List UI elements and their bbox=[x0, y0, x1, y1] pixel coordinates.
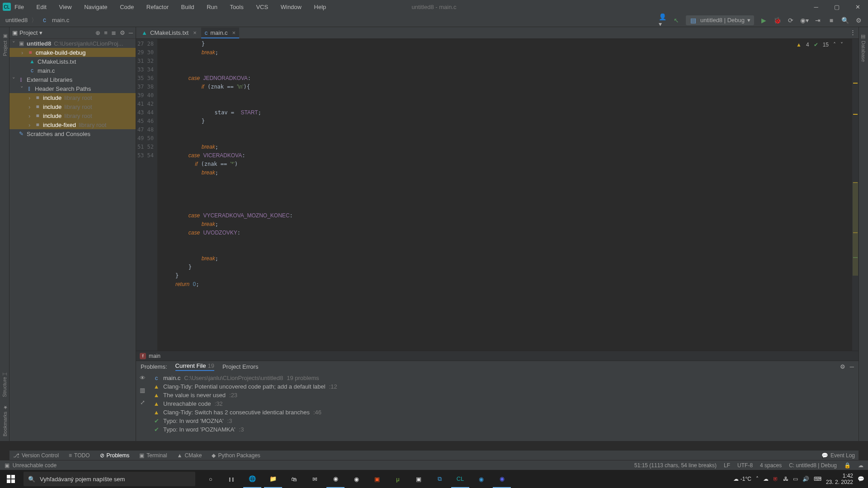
debug-button[interactable]: 🐞 bbox=[773, 16, 781, 24]
taskbar-app-blue[interactable]: ◉ bbox=[472, 470, 490, 488]
taskbar-chromium[interactable]: ◉ bbox=[347, 470, 365, 488]
menu-help[interactable]: Help bbox=[314, 4, 332, 10]
tree-scratches[interactable]: ✎Scratches and Consoles bbox=[9, 129, 136, 138]
taskbar-explorer[interactable]: 📁 bbox=[264, 470, 282, 488]
taskbar-clion[interactable]: CL bbox=[451, 470, 469, 488]
start-button[interactable] bbox=[0, 470, 22, 488]
taskbar-app-orange[interactable]: ▣ bbox=[368, 470, 386, 488]
tray-volume-icon[interactable]: 🔊 bbox=[802, 476, 809, 482]
menu-window[interactable]: Window bbox=[281, 4, 307, 10]
expand-all-button[interactable]: ≡ bbox=[104, 29, 108, 36]
problems-project-errors-tab[interactable]: Project Errors bbox=[222, 363, 258, 370]
inspection-widget[interactable]: ▲4 ✔15 ˄ ˅ bbox=[796, 42, 843, 48]
tabs-kebab-icon[interactable]: ⋮ bbox=[850, 29, 856, 36]
menu-code[interactable]: Code bbox=[120, 4, 139, 10]
tray-chevron-icon[interactable]: ˄ bbox=[756, 476, 759, 482]
weather-widget[interactable]: ☁ -1°C bbox=[733, 476, 751, 482]
problem-row[interactable]: ✔Typo: In word 'MOZNA' :3 bbox=[149, 417, 859, 425]
problem-row[interactable]: ▲The value is never used :23 bbox=[149, 391, 859, 399]
tree-header-search-paths[interactable]: ˅⫿Header Search Paths bbox=[9, 84, 136, 93]
tree-external-libraries[interactable]: ˅⫿External Libraries bbox=[9, 75, 136, 84]
tray-battery-icon[interactable]: ▭ bbox=[793, 476, 798, 482]
tree-root[interactable]: ˅▣untitled8C:\Users\janlu\CLionProj... bbox=[9, 39, 136, 48]
tree-include-2[interactable]: ›■includelibrary root bbox=[9, 111, 136, 120]
menu-run[interactable]: Run bbox=[207, 4, 223, 10]
tree-include-0[interactable]: ›■includelibrary root bbox=[9, 93, 136, 102]
status-encoding[interactable]: UTF-8 bbox=[737, 462, 753, 469]
close-icon[interactable]: × bbox=[232, 29, 236, 36]
breadcrumb-file[interactable]: main.c bbox=[52, 17, 69, 23]
close-button[interactable]: ✕ bbox=[847, 0, 868, 14]
rail-bookmarks[interactable]: Bookmarks ★ bbox=[2, 404, 8, 436]
hide-panel-button[interactable]: ─ bbox=[129, 29, 133, 36]
rail-project[interactable]: Project ▣ bbox=[2, 33, 8, 56]
menu-edit[interactable]: Edit bbox=[37, 4, 52, 10]
tree-cmake-build-debug[interactable]: ›■cmake-build-debug bbox=[9, 48, 136, 57]
marker-bar[interactable] bbox=[852, 39, 859, 351]
tooltab-version-control[interactable]: ⎇ Version Control bbox=[13, 452, 59, 459]
coverage-button[interactable]: ⟳ bbox=[787, 16, 795, 24]
status-indent[interactable]: 4 spaces bbox=[760, 462, 782, 469]
status-lineend[interactable]: LF bbox=[724, 462, 730, 469]
breadcrumb-project[interactable]: untitled8 bbox=[5, 17, 28, 23]
menu-vcs[interactable]: VCS bbox=[256, 4, 274, 10]
problems-hide-icon[interactable]: ─ bbox=[850, 363, 854, 370]
cortana-button[interactable]: ⫿⫿ bbox=[222, 470, 241, 488]
status-lock-icon[interactable]: 🔒 bbox=[844, 462, 851, 469]
profile-button[interactable]: ◉▾ bbox=[800, 16, 808, 24]
tray-clock[interactable]: 1:4223. 2. 2022 bbox=[826, 473, 853, 485]
task-view-button[interactable]: ○ bbox=[202, 470, 220, 488]
run-button[interactable]: ▶ bbox=[760, 16, 768, 24]
tray-security-icon[interactable]: ⛨ bbox=[773, 476, 778, 482]
taskbar-terminal[interactable]: ▣ bbox=[410, 470, 428, 488]
rail-structure[interactable]: Structure ⌶ bbox=[2, 372, 7, 397]
attach-button[interactable]: ⇥ bbox=[814, 16, 822, 24]
problem-row[interactable]: ▲Clang-Tidy: Potential uncovered code pa… bbox=[149, 382, 859, 391]
search-everywhere-button[interactable]: 🔍 bbox=[841, 16, 849, 24]
taskbar-edge[interactable]: 🌐 bbox=[243, 470, 261, 488]
problems-current-file-tab[interactable]: Current File19 bbox=[175, 362, 214, 371]
tree-cmakelists[interactable]: ▲CMakeLists.txt bbox=[9, 57, 136, 66]
problem-row[interactable]: ▲Clang-Tidy: Switch has 2 consecutive id… bbox=[149, 408, 859, 417]
status-context[interactable]: C: untitled8 | Debug bbox=[789, 462, 837, 469]
maximize-button[interactable]: ▢ bbox=[826, 0, 847, 14]
run-config-dropdown[interactable]: ▤ untitled8 | Debug ▾ bbox=[686, 15, 754, 25]
project-panel-title[interactable]: ▣ Project ▾ bbox=[12, 29, 42, 36]
problems-settings-icon[interactable]: ⚙ bbox=[840, 363, 845, 370]
menu-view[interactable]: View bbox=[59, 4, 77, 10]
menu-refactor[interactable]: Refactor bbox=[146, 4, 174, 10]
taskbar-search[interactable]: 🔍 Vyhľadávaný pojem napíšte sem bbox=[24, 472, 195, 486]
collapse-all-button[interactable]: ≣ bbox=[111, 29, 116, 36]
status-notifications-icon[interactable]: ▣ bbox=[5, 462, 9, 469]
minimize-button[interactable]: ─ bbox=[806, 0, 826, 14]
menu-navigate[interactable]: Navigate bbox=[84, 4, 113, 10]
tray-lang-icon[interactable]: ⌨ bbox=[814, 476, 821, 482]
tray-onedrive-icon[interactable]: ☁ bbox=[763, 476, 769, 482]
close-icon[interactable]: × bbox=[193, 29, 197, 36]
group-icon[interactable]: ▥ bbox=[140, 387, 145, 394]
taskbar-store[interactable]: 🛍 bbox=[285, 470, 303, 488]
problem-row[interactable]: ▲Unreachable code :32 bbox=[149, 399, 859, 408]
settings-button[interactable]: ⚙ bbox=[854, 16, 863, 24]
code-editor[interactable]: ▲4 ✔15 ˄ ˅ 27 28 29 30 31 32 33 34 35 36… bbox=[136, 39, 859, 351]
tab-cmakelists[interactable]: ▲CMakeLists.txt× bbox=[138, 28, 200, 38]
tray-network-icon[interactable]: 🖧 bbox=[783, 476, 788, 482]
rail-database[interactable]: ▤ Database bbox=[861, 33, 867, 62]
problem-row[interactable]: ✔Typo: In word 'POZNAMKA' :3 bbox=[149, 425, 859, 434]
tree-main-c[interactable]: cmain.c bbox=[9, 66, 136, 75]
problems-tab-label[interactable]: Problems: bbox=[141, 363, 167, 370]
tooltab-terminal[interactable]: ▣ Terminal bbox=[139, 452, 167, 459]
problems-file-header[interactable]: c main.c C:\Users\janlu\CLionProjects\un… bbox=[149, 374, 859, 382]
code-content[interactable]: } break; case JEDNORADKOVA: if (znak == … bbox=[158, 39, 859, 351]
add-user-icon[interactable]: 👤▾ bbox=[659, 16, 667, 24]
expand-icon[interactable]: ⤢ bbox=[140, 399, 145, 406]
tree-include-fixed[interactable]: ›■include-fixedlibrary root bbox=[9, 120, 136, 129]
taskbar-utorrent[interactable]: μ bbox=[389, 470, 407, 488]
menu-build[interactable]: Build bbox=[181, 4, 200, 10]
taskbar-vscode[interactable]: ⧉ bbox=[430, 470, 448, 488]
tab-main-c[interactable]: cmain.c× bbox=[201, 28, 239, 38]
tooltab-todo[interactable]: ≡ TODO bbox=[69, 452, 90, 459]
menu-tools[interactable]: Tools bbox=[230, 4, 249, 10]
tree-settings-button[interactable]: ⚙ bbox=[120, 29, 125, 36]
tooltab-event-log[interactable]: 💬 Event Log bbox=[821, 452, 855, 459]
